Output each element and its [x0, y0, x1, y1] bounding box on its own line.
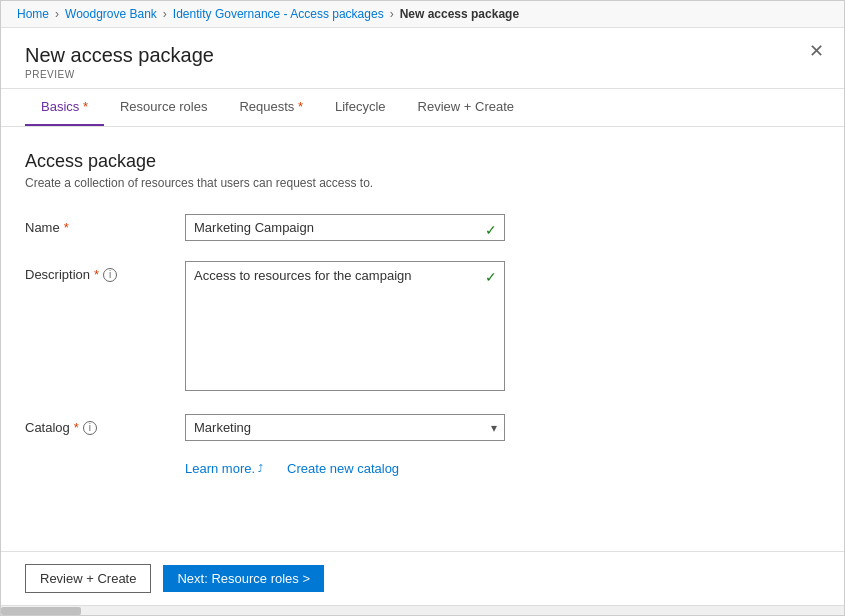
name-input[interactable]	[185, 214, 505, 241]
horizontal-scrollbar[interactable]	[1, 605, 844, 615]
name-required-marker: *	[64, 220, 69, 235]
breadcrumb-current: New access package	[400, 7, 519, 21]
catalog-label: Catalog * i	[25, 414, 185, 435]
name-label: Name *	[25, 214, 185, 235]
form-area: Access package Create a collection of re…	[1, 127, 844, 551]
learn-more-link[interactable]: Learn more. ⤴	[185, 461, 263, 476]
breadcrumb-governance[interactable]: Identity Governance - Access packages	[173, 7, 384, 21]
catalog-info-icon[interactable]: i	[83, 421, 97, 435]
breadcrumb-sep-2: ›	[163, 7, 167, 21]
name-row: Name * ✓	[25, 214, 820, 241]
close-button[interactable]: ✕	[809, 42, 824, 60]
description-row: Description * i Access to resources for …	[25, 261, 820, 394]
tab-basics[interactable]: Basics	[25, 89, 104, 126]
panel-header: New access package PREVIEW ✕	[1, 28, 844, 89]
tabs-bar: Basics Resource roles Requests Lifecycle…	[1, 89, 844, 127]
next-resource-roles-button[interactable]: Next: Resource roles >	[163, 565, 324, 592]
breadcrumb-sep-1: ›	[55, 7, 59, 21]
catalog-select[interactable]: Marketing General IT Finance	[185, 414, 505, 441]
breadcrumb: Home › Woodgrove Bank › Identity Governa…	[1, 1, 844, 28]
description-info-icon[interactable]: i	[103, 268, 117, 282]
scrollbar-thumb[interactable]	[1, 607, 81, 615]
review-create-button[interactable]: Review + Create	[25, 564, 151, 593]
section-desc: Create a collection of resources that us…	[25, 176, 820, 190]
catalog-control-wrap: Marketing General IT Finance ▾	[185, 414, 505, 441]
breadcrumb-sep-3: ›	[390, 7, 394, 21]
external-link-icon: ⤴	[258, 463, 263, 474]
main-window: Home › Woodgrove Bank › Identity Governa…	[0, 0, 845, 616]
description-required-marker: *	[94, 267, 99, 282]
catalog-row: Catalog * i Marketing General IT Finance…	[25, 414, 820, 441]
section-title: Access package	[25, 151, 820, 172]
description-control-wrap: Access to resources for the campaign ✓	[185, 261, 505, 394]
create-new-catalog-link[interactable]: Create new catalog	[287, 461, 399, 476]
tab-lifecycle[interactable]: Lifecycle	[319, 89, 402, 126]
description-label: Description * i	[25, 261, 185, 282]
links-row: Learn more. ⤴ Create new catalog	[185, 461, 820, 476]
tab-requests[interactable]: Requests	[223, 89, 319, 126]
name-valid-icon: ✓	[485, 222, 497, 238]
footer: Review + Create Next: Resource roles >	[1, 551, 844, 605]
tab-review-create[interactable]: Review + Create	[402, 89, 530, 126]
breadcrumb-home[interactable]: Home	[17, 7, 49, 21]
description-valid-icon: ✓	[485, 269, 497, 285]
name-control-wrap: ✓	[185, 214, 505, 241]
catalog-required-marker: *	[74, 420, 79, 435]
tab-resource-roles[interactable]: Resource roles	[104, 89, 223, 126]
description-textarea[interactable]: Access to resources for the campaign	[185, 261, 505, 391]
panel-preview-label: PREVIEW	[25, 69, 820, 80]
panel-title: New access package	[25, 44, 820, 67]
breadcrumb-bank[interactable]: Woodgrove Bank	[65, 7, 157, 21]
